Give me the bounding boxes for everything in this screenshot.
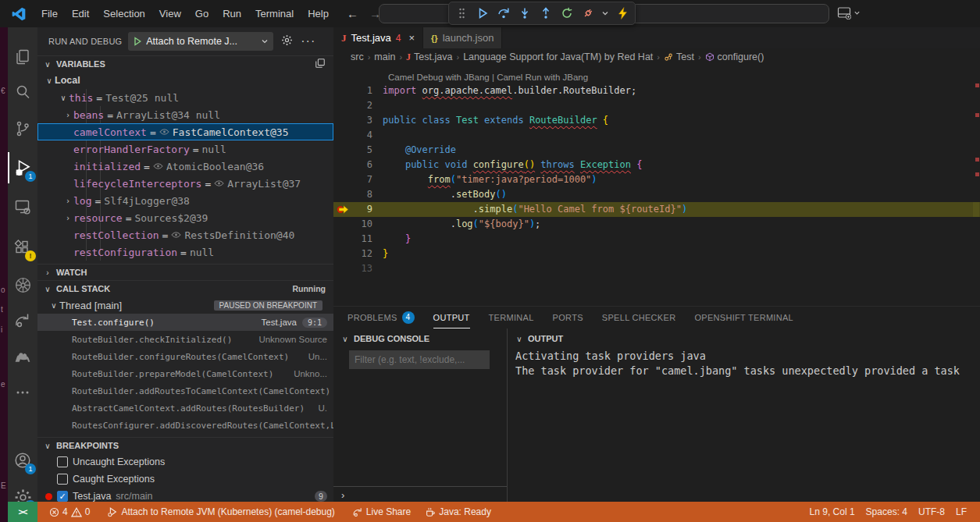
code-line-9[interactable]: 9 .simple("Hello Camel from ${routeId}") (333, 202, 980, 217)
variable-row[interactable]: ∨this=Test@25 null (37, 89, 333, 106)
breadcrumb-item[interactable]: main (374, 51, 395, 62)
code-line-11[interactable]: 11 } (333, 232, 980, 247)
variable-row[interactable]: restCollection=RestsDefinition@40 (37, 226, 333, 243)
chevron-down-icon[interactable] (261, 37, 269, 45)
code-line-4[interactable]: 4 (333, 128, 980, 143)
breakpoint-row[interactable]: Caught Exceptions (37, 471, 333, 488)
expand-chevron-icon[interactable]: › (62, 214, 73, 222)
debug-settings-gear-icon[interactable] (281, 34, 293, 49)
expand-chevron-icon[interactable]: › (62, 111, 73, 119)
toolbar-grip[interactable] (454, 5, 469, 21)
back-arrow-icon[interactable]: ← (347, 7, 358, 20)
breadcrumb-item[interactable]: Test (664, 51, 694, 62)
start-debug-icon[interactable] (133, 37, 142, 46)
disconnect-icon[interactable] (580, 5, 596, 21)
variable-row[interactable]: ›log=Slf4jLogger@38 (37, 192, 333, 209)
menu-view[interactable]: View (152, 0, 188, 27)
remote-indicator[interactable]: >< (8, 502, 37, 522)
live-share-status[interactable]: Live Share (347, 502, 416, 522)
activity-source-control-icon[interactable] (8, 113, 37, 144)
expand-chevron-icon[interactable]: › (62, 197, 73, 205)
activity-run-and-debug-icon[interactable]: 1 (8, 152, 37, 183)
stack-frame-row[interactable]: RouteBuilder.checkInitialized()Unknown S… (37, 331, 333, 348)
code-line-6[interactable]: 6 public void configure() throws Excepti… (333, 158, 980, 172)
step-into-icon[interactable] (517, 5, 533, 21)
menu-selection[interactable]: Selection (96, 0, 151, 27)
breadcrumb[interactable]: src›main›JTest.java›Language Support for… (333, 48, 980, 66)
lazy-eval-eye-icon[interactable] (214, 178, 224, 190)
tab-launch-json[interactable]: {}launch.json (423, 27, 502, 48)
variable-row[interactable]: ›beans=ArrayList@34 null (37, 106, 333, 123)
codelens-actions[interactable]: Camel Debug with JBang | Camel Run with … (333, 66, 980, 83)
activity-more-icon[interactable] (8, 377, 37, 408)
stack-frame-row[interactable]: RouteBuilder.prepareModel(CamelContext)U… (37, 365, 333, 382)
breadcrumb-item[interactable]: configure() (705, 51, 764, 62)
variables-section-header[interactable]: ∨VARIABLES (37, 55, 333, 72)
code-line-12[interactable]: 12} (333, 247, 980, 261)
collapse-all-icon[interactable] (315, 58, 326, 70)
code-area[interactable]: 1import org.apache.camel.builder.RouteBu… (333, 83, 980, 276)
debug-console-header[interactable]: ∨DEBUG CONSOLE (333, 328, 507, 349)
expand-chevron-icon[interactable]: ∨ (44, 76, 55, 85)
tab-close-icon[interactable]: × (409, 32, 415, 44)
output-log[interactable]: Activating task providers javaThe task p… (508, 349, 980, 378)
code-line-5[interactable]: 5 @Override (333, 143, 980, 158)
output-header[interactable]: ∨OUTPUT (508, 328, 980, 349)
breadcrumb-item[interactable]: src (351, 51, 364, 62)
indentation-status[interactable]: Spaces: 4 (861, 502, 913, 522)
encoding-status[interactable]: UTF-8 (913, 502, 950, 522)
debug-console-prompt[interactable]: › (333, 486, 507, 502)
breadcrumb-item[interactable]: JTest.java (406, 51, 452, 63)
activity-explorer-icon[interactable] (8, 41, 37, 73)
disconnect-chevron-icon[interactable] (601, 8, 609, 20)
sidebar-more-actions[interactable]: ··· (301, 34, 315, 48)
activity-search-icon[interactable] (8, 76, 37, 108)
step-out-icon[interactable] (538, 5, 554, 21)
code-line-2[interactable]: 2 (333, 98, 980, 113)
breakpoint-checkbox[interactable]: ✓ (57, 491, 68, 502)
panel-tab-output[interactable]: OUTPUT (433, 307, 470, 328)
activity-extensions-icon[interactable]: ! (8, 232, 37, 263)
code-line-8[interactable]: 8 .setBody() (333, 187, 980, 202)
variable-row[interactable]: restConfiguration=null (37, 243, 333, 261)
breakpoint-row[interactable]: Uncaught Exceptions (37, 453, 333, 471)
lightning-icon[interactable] (615, 5, 630, 21)
step-over-icon[interactable] (496, 5, 511, 21)
menu-go[interactable]: Go (188, 0, 216, 27)
stack-frame-row[interactable]: RouteBuilder.configureRoutes(CamelContex… (37, 348, 333, 365)
eol-status[interactable]: LF (950, 502, 972, 522)
menu-edit[interactable]: Edit (65, 0, 96, 27)
breakpoints-section-header[interactable]: ∨BREAKPOINTS (37, 437, 333, 453)
stack-frame-row[interactable]: Test.configure()Test.java9:1 (37, 314, 333, 331)
continue-icon[interactable] (475, 5, 490, 21)
breakpoint-checkbox[interactable] (57, 474, 68, 485)
activity-live-share-icon[interactable] (8, 304, 37, 336)
panel-tab-spell-checker[interactable]: SPELL CHECKER (602, 307, 676, 328)
menu-run[interactable]: Run (216, 0, 248, 27)
menu-terminal[interactable]: Terminal (248, 0, 301, 27)
lazy-eval-eye-icon[interactable] (171, 229, 181, 241)
menu-file[interactable]: File (34, 0, 65, 27)
breadcrumb-item[interactable]: Language Support for Java(TM) by Red Hat (463, 51, 653, 62)
activity-remote-explorer-icon[interactable] (8, 191, 37, 222)
expand-chevron-icon[interactable]: ∨ (58, 94, 69, 102)
variable-row[interactable]: ∨Local (37, 72, 333, 89)
variable-row[interactable]: errorHandlerFactory=null (37, 140, 333, 158)
stack-frame-row[interactable]: RoutesConfigurer.addDiscoveredRoutes(Cam… (37, 417, 333, 434)
thread-row[interactable]: ∨ Thread [main] PAUSED ON BREAKPOINT (37, 297, 333, 314)
lazy-eval-eye-icon[interactable] (153, 161, 163, 172)
debug-target-status[interactable]: Attach to Remote JVM (Kubernetes) (camel… (102, 502, 340, 522)
variable-row[interactable]: initialized=AtomicBoolean@36 (37, 158, 333, 175)
breakpoint-row[interactable]: ✓Test.javasrc/main9 (37, 488, 333, 502)
activity-camel-icon[interactable] (8, 339, 37, 371)
java-status[interactable]: Java: Ready (419, 502, 497, 522)
stack-frame-row[interactable]: AbstractCamelContext.addRoutes(RoutesBui… (37, 399, 333, 417)
call-stack-section-header[interactable]: ∨CALL STACK Running (37, 280, 333, 297)
variable-row[interactable]: ›resource=Sources$2@39 (37, 209, 333, 226)
activity-kubernetes-icon[interactable] (8, 269, 37, 300)
menu-help[interactable]: Help (301, 0, 336, 27)
breakpoint-checkbox[interactable] (57, 456, 68, 467)
layout-customize-button[interactable] (837, 5, 861, 20)
lazy-eval-eye-icon[interactable] (159, 126, 169, 138)
code-line-1[interactable]: 1import org.apache.camel.builder.RouteBu… (333, 83, 980, 98)
